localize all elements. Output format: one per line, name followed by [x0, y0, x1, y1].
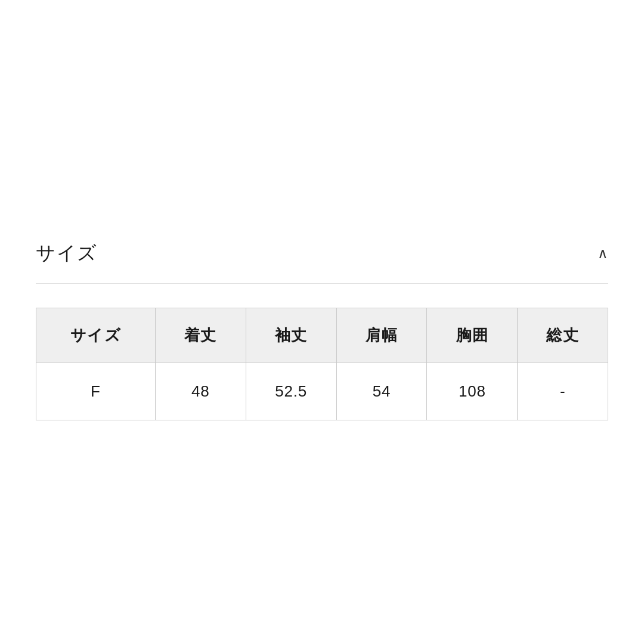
size-table: サイズ着丈袖丈肩幅胸囲総丈 F4852.554108-	[36, 308, 608, 420]
table-header-cell: 袖丈	[246, 308, 336, 363]
chevron-up-icon[interactable]: ∧	[597, 245, 608, 262]
section-header: サイズ ∧	[36, 224, 608, 284]
table-cell: F	[36, 363, 155, 420]
table-header-row: サイズ着丈袖丈肩幅胸囲総丈	[36, 308, 608, 363]
page-container: サイズ ∧ サイズ着丈袖丈肩幅胸囲総丈 F4852.554108-	[0, 0, 644, 644]
section-title: サイズ	[36, 240, 98, 267]
table-cell: 48	[155, 363, 246, 420]
table-cell: 54	[336, 363, 427, 420]
table-header-cell: 着丈	[155, 308, 246, 363]
table-header-cell: 肩幅	[336, 308, 427, 363]
table-cell: 52.5	[246, 363, 336, 420]
table-row: F4852.554108-	[36, 363, 608, 420]
table-header-cell: サイズ	[36, 308, 155, 363]
table-cell: 108	[427, 363, 518, 420]
table-header-cell: 総丈	[518, 308, 608, 363]
table-header-cell: 胸囲	[427, 308, 518, 363]
size-table-wrapper: サイズ着丈袖丈肩幅胸囲総丈 F4852.554108-	[36, 308, 608, 420]
table-cell: -	[518, 363, 608, 420]
